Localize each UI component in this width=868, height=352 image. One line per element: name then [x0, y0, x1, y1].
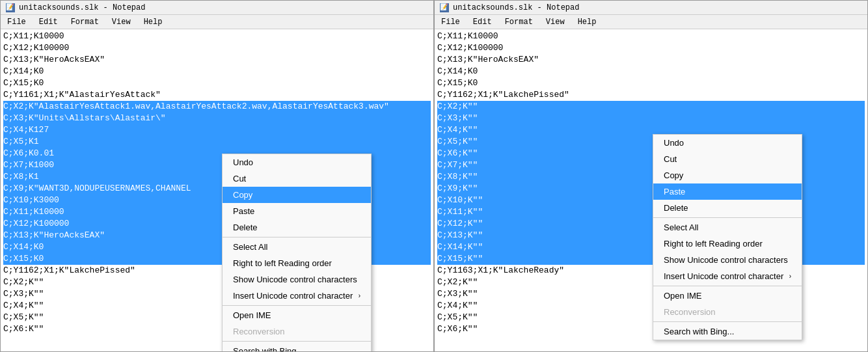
- menu-edit-2[interactable]: Edit: [469, 17, 496, 27]
- text-line: C;X15;K0: [3, 77, 431, 89]
- menu-bar-2: File Edit Format View Help: [435, 15, 867, 29]
- context-menu-separator: [223, 341, 371, 342]
- context-menu-item-label: Delete: [233, 223, 258, 232]
- context-menu-item[interactable]: Paste: [653, 183, 802, 200]
- context-menu-item-label: Insert Unicode control character: [233, 291, 353, 301]
- context-menu-item: Reconversion: [223, 323, 371, 340]
- context-menu-item[interactable]: Undo: [653, 135, 802, 151]
- context-menu-item[interactable]: Select All: [223, 239, 371, 255]
- context-menu-item-label: Right to left Reading order: [664, 239, 763, 249]
- context-menu-item-label: Cut: [664, 154, 677, 164]
- menu-view-1[interactable]: View: [108, 17, 135, 27]
- context-menu-item[interactable]: Cut: [653, 151, 802, 167]
- context-menu-2: UndoCutCopyPasteDeleteSelect AllRight to…: [653, 134, 802, 340]
- text-line: C;X14;K0: [437, 66, 865, 77]
- title-text-2: unitacksounds.slk - Notepad: [453, 3, 579, 12]
- context-menu-item[interactable]: Show Unicode control characters: [653, 252, 802, 268]
- context-menu-item[interactable]: Open IME: [223, 307, 371, 323]
- text-line: C;X4;K127: [3, 124, 431, 136]
- context-menu-item-label: Right to left Reading order: [233, 258, 332, 268]
- context-menu-item-label: Open IME: [233, 310, 271, 320]
- context-menu-item[interactable]: Insert Unicode control character›: [223, 288, 371, 304]
- context-menu-item[interactable]: Copy: [223, 187, 371, 203]
- context-menu-item-label: Select All: [233, 242, 267, 252]
- text-line: C;X12;K100000: [437, 42, 865, 54]
- context-menu-item[interactable]: Delete: [653, 200, 802, 216]
- context-menu-separator: [653, 217, 802, 218]
- text-line: C;X14;K0: [3, 66, 431, 77]
- text-line: C;X13;K"HeroAcksEAX": [437, 54, 865, 66]
- context-menu-1: UndoCutCopyPasteDeleteSelect AllRight to…: [222, 154, 372, 352]
- context-menu-item-label: Paste: [233, 206, 254, 216]
- context-menu-separator: [223, 305, 371, 306]
- context-menu-item-label: Copy: [233, 190, 252, 200]
- context-menu-item[interactable]: Show Unicode control characters: [223, 271, 371, 288]
- context-menu-item-label: Search with Bing...: [233, 346, 303, 352]
- context-menu-item-label: Insert Unicode control character: [664, 271, 783, 281]
- context-menu-item[interactable]: Select All: [653, 219, 802, 236]
- context-menu-item-label: Undo: [664, 138, 684, 148]
- context-menu-separator: [653, 321, 802, 322]
- text-line: C;X12;K100000: [3, 42, 431, 54]
- text-area-2[interactable]: C;X11;K10000C;X12;K100000C;X13;K"HeroAck…: [435, 29, 867, 351]
- context-menu-item[interactable]: Insert Unicode control character›: [653, 268, 802, 284]
- context-menu-separator: [223, 237, 371, 237]
- context-menu-item-label: Show Unicode control characters: [664, 255, 788, 265]
- text-line: C;X5;K1: [3, 136, 431, 148]
- context-menu-item[interactable]: Cut: [223, 170, 371, 187]
- text-line: C;X15;K0: [437, 77, 865, 89]
- notepad-icon-2: 📝: [440, 3, 449, 12]
- context-menu-item[interactable]: Undo: [223, 154, 371, 170]
- context-menu-item[interactable]: Search with Bing...: [223, 343, 371, 352]
- context-menu-item-label: Reconversion: [233, 327, 285, 336]
- context-menu-item-label: Paste: [664, 187, 685, 196]
- text-line: C;X3;K"": [437, 113, 865, 124]
- context-menu-item-label: Open IME: [664, 291, 702, 301]
- menu-format-1[interactable]: Format: [67, 17, 103, 27]
- notepad-window-2: 📝 unitacksounds.slk - Notepad File Edit …: [434, 0, 868, 352]
- context-menu-item-label: Show Unicode control characters: [233, 275, 357, 284]
- context-menu-item[interactable]: Search with Bing...: [653, 323, 802, 340]
- context-menu-item[interactable]: Open IME: [653, 288, 802, 304]
- notepad-window-1: 📝 unitacksounds.slk - Notepad File Edit …: [0, 0, 434, 352]
- context-menu-separator: [653, 286, 802, 286]
- menu-file-1[interactable]: File: [3, 17, 30, 27]
- text-line: C;X13;K"HeroAcksEAX": [3, 54, 431, 66]
- menu-help-2[interactable]: Help: [574, 17, 601, 27]
- menu-view-2[interactable]: View: [542, 17, 569, 27]
- context-menu-item[interactable]: Paste: [223, 203, 371, 219]
- context-menu-item[interactable]: Copy: [653, 167, 802, 183]
- context-menu-item-label: Search with Bing...: [664, 327, 734, 336]
- title-bar-1: 📝 unitacksounds.slk - Notepad: [1, 1, 433, 15]
- text-line: C;X11;K10000: [3, 31, 431, 42]
- text-line: C;Y1161;X1;K"AlastairYesAttack": [3, 89, 431, 101]
- text-line: C;X3;K"Units\Allstars\Alastair\": [3, 113, 431, 124]
- submenu-arrow-icon: ›: [359, 292, 360, 299]
- menu-help-1[interactable]: Help: [140, 17, 167, 27]
- text-line: C;Y1162;X1;K"LakchePissed": [437, 89, 865, 101]
- context-menu-item-label: Select All: [664, 223, 698, 232]
- context-menu-item-label: Delete: [664, 203, 688, 213]
- context-menu-item-label: Reconversion: [664, 307, 716, 317]
- text-line: C;X11;K10000: [437, 31, 865, 42]
- text-line: C;X2;K"": [437, 101, 865, 113]
- menu-file-2[interactable]: File: [437, 17, 464, 27]
- context-menu-item-label: Undo: [233, 157, 253, 167]
- title-bar-2: 📝 unitacksounds.slk - Notepad: [435, 1, 867, 15]
- context-menu-item-label: Copy: [664, 170, 683, 180]
- context-menu-item-label: Cut: [233, 174, 246, 183]
- context-menu-item[interactable]: Right to left Reading order: [653, 236, 802, 252]
- submenu-arrow-icon: ›: [789, 273, 791, 280]
- menu-bar-1: File Edit Format View Help: [1, 15, 433, 29]
- title-text-1: unitacksounds.slk - Notepad: [19, 3, 145, 12]
- menu-format-2[interactable]: Format: [501, 17, 537, 27]
- notepad-icon-1: 📝: [6, 3, 15, 12]
- context-menu-item[interactable]: Delete: [223, 219, 371, 236]
- context-menu-item: Reconversion: [653, 304, 802, 320]
- text-line: C;X2;K"AlastairYesAttack1.wav,AlastairYe…: [3, 101, 431, 113]
- context-menu-item[interactable]: Right to left Reading order: [223, 255, 371, 271]
- menu-edit-1[interactable]: Edit: [35, 17, 62, 27]
